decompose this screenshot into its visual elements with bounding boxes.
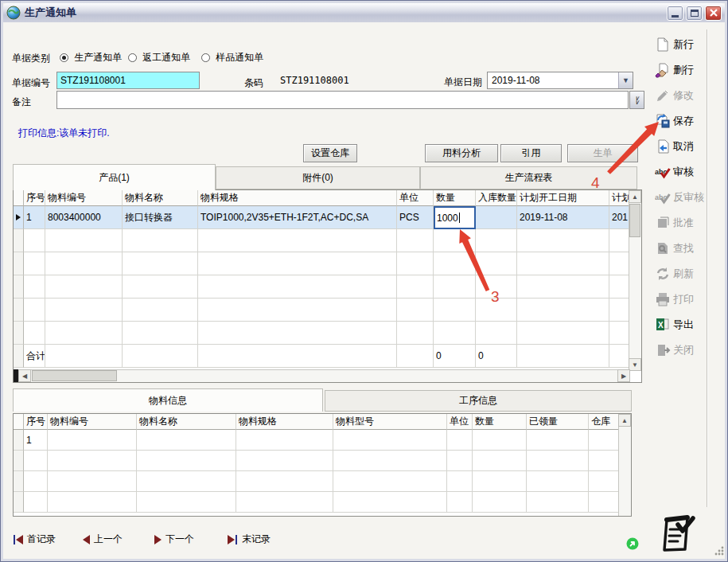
- last-record-icon: [228, 535, 235, 544]
- cell-stock-in-qty[interactable]: [476, 206, 517, 229]
- create-order-button: 生单: [567, 144, 638, 162]
- table-row[interactable]: [14, 471, 631, 492]
- doc-type-label: 单据类别: [12, 52, 50, 65]
- scroll-up-button[interactable]: ▲: [618, 414, 631, 427]
- column-header[interactable]: 数量: [434, 190, 476, 206]
- table-row[interactable]: [14, 229, 641, 252]
- resize-grip[interactable]: [714, 545, 724, 558]
- h-scroll-thumb[interactable]: [32, 370, 117, 381]
- table-row[interactable]: [14, 252, 641, 275]
- tab-attachment[interactable]: 附件(0): [216, 166, 420, 189]
- column-header[interactable]: 单位: [397, 190, 434, 206]
- green-status-icon: [626, 537, 639, 552]
- column-header[interactable]: 物料名称: [137, 414, 236, 430]
- minimize-button[interactable]: [667, 6, 683, 21]
- column-header[interactable]: 序号: [24, 190, 45, 206]
- doc-date-combobox[interactable]: 2019-11-08 ▼: [487, 72, 633, 89]
- table-row[interactable]: [14, 492, 631, 513]
- radio-rework-notice[interactable]: 返工通知单: [128, 51, 190, 64]
- text-caret: [459, 213, 460, 223]
- cell-no[interactable]: 1: [24, 206, 45, 229]
- sidebar-label: 取消: [673, 139, 694, 154]
- tab-product[interactable]: 产品(1): [13, 164, 216, 190]
- close-button[interactable]: [705, 6, 722, 21]
- radio-production-notice[interactable]: 生产通知单: [60, 51, 122, 64]
- sidebar-label: 保存: [673, 114, 694, 128]
- sidebar-label: 修改: [673, 88, 694, 103]
- column-header[interactable]: 计划: [609, 190, 630, 206]
- remark-input[interactable]: [56, 91, 629, 109]
- column-header[interactable]: 物料型号: [333, 414, 447, 430]
- sidebar-label: 打印: [673, 292, 694, 306]
- radio-label: 生产通知单: [74, 52, 122, 63]
- sidebar-button-delete-row[interactable]: 删行: [655, 60, 718, 80]
- maximize-button[interactable]: [686, 6, 703, 21]
- material-table: 序号 物料编号 物料名称 物料规格 物料型号 单位 数量 已领量 仓库 1 ▲: [13, 413, 632, 517]
- reference-button[interactable]: 引用: [500, 144, 562, 162]
- table-row[interactable]: [14, 299, 641, 322]
- nav-label: 下一个: [165, 533, 194, 546]
- expand-remark-button[interactable]: ∨∨: [629, 91, 644, 109]
- scroll-right-button[interactable]: ▶: [617, 369, 630, 382]
- chevron-down-icon[interactable]: ▼: [618, 72, 633, 88]
- table-row[interactable]: 1: [14, 430, 631, 451]
- column-header[interactable]: 物料规格: [198, 190, 397, 206]
- panel-groove: [707, 29, 708, 507]
- column-header[interactable]: 单位: [447, 414, 473, 430]
- column-header[interactable]: 仓库: [589, 414, 620, 430]
- doc-date-value: 2019-11-08: [488, 75, 618, 86]
- table-row[interactable]: [14, 275, 641, 299]
- scroll-left-button[interactable]: ◀: [18, 369, 31, 382]
- cell-spec[interactable]: TOIP1000,2V35+ETH-1F2T,AC+DC,SA: [198, 206, 397, 229]
- audit-icon: abc: [655, 164, 671, 180]
- sidebar-button-audit[interactable]: abc 审核: [655, 162, 718, 182]
- set-warehouse-button[interactable]: 设置仓库: [303, 144, 357, 162]
- nav-next-record[interactable]: 下一个: [154, 533, 194, 546]
- cell-unit[interactable]: PCS: [397, 206, 434, 229]
- row-gutter: [14, 414, 24, 430]
- find-icon: [655, 240, 671, 256]
- doc-no-input[interactable]: [56, 72, 200, 89]
- column-header[interactable]: 序号: [24, 414, 48, 430]
- sidebar-button-new-row[interactable]: 新行: [655, 34, 718, 55]
- cell-plan-end[interactable]: 201: [609, 206, 630, 229]
- tab-material-info[interactable]: 物料信息: [13, 388, 323, 412]
- tab-process-info[interactable]: 工序信息: [325, 390, 632, 412]
- nav-first-record[interactable]: 首记录: [13, 533, 56, 546]
- table-row[interactable]: [14, 451, 631, 471]
- radio-sample-notice[interactable]: 样品通知单: [201, 51, 263, 64]
- column-header[interactable]: 物料编号: [48, 414, 137, 430]
- cell-no[interactable]: 1: [24, 430, 48, 451]
- qty-edit-cell[interactable]: 1000: [434, 206, 476, 229]
- sidebar-label: 反审核: [673, 190, 704, 205]
- table-row[interactable]: [14, 322, 641, 345]
- column-header[interactable]: 物料规格: [236, 414, 333, 430]
- scroll-down-button[interactable]: ▼: [629, 358, 641, 371]
- nav-previous-record[interactable]: 上一个: [83, 533, 123, 546]
- row-gutter: [14, 430, 24, 451]
- v-scroll-thumb[interactable]: [629, 204, 640, 237]
- column-header[interactable]: 物料编号: [45, 190, 123, 206]
- cell-code[interactable]: 8003400000: [45, 206, 123, 229]
- cell-plan-start[interactable]: 2019-11-08: [517, 206, 609, 229]
- column-header[interactable]: 已领量: [527, 414, 589, 430]
- nav-last-record[interactable]: 末记录: [228, 533, 271, 546]
- titlebar[interactable]: 生产通知单: [3, 3, 725, 22]
- column-header[interactable]: 数量: [473, 414, 527, 430]
- material-analysis-button[interactable]: 用料分析: [425, 144, 498, 162]
- sidebar-button-cancel[interactable]: 取消: [655, 136, 718, 157]
- v-scrollbar[interactable]: [618, 414, 631, 516]
- sidebar-button-save[interactable]: 保存: [655, 111, 718, 131]
- column-header[interactable]: 物料名称: [123, 190, 198, 206]
- sidebar-button-export[interactable]: X 导出: [655, 314, 718, 335]
- sidebar-button-modify: 修改: [655, 85, 718, 106]
- table-row[interactable]: 1 8003400000 接口转换器 TOIP1000,2V35+ETH-1F2…: [14, 206, 641, 229]
- scroll-up-button[interactable]: ▲: [629, 190, 641, 203]
- product-table: 序号 物料编号 物料名称 物料规格 单位 数量 入库数量 计划开工日期 计划 1…: [13, 189, 642, 383]
- column-header[interactable]: 计划开工日期: [517, 190, 609, 206]
- column-header[interactable]: 入库数量: [476, 190, 517, 206]
- delete-row-icon: [655, 62, 671, 78]
- cell-name[interactable]: 接口转换器: [123, 206, 198, 229]
- tab-process-flow[interactable]: 生产流程表: [420, 166, 637, 189]
- radio-label: 样品通知单: [216, 52, 263, 63]
